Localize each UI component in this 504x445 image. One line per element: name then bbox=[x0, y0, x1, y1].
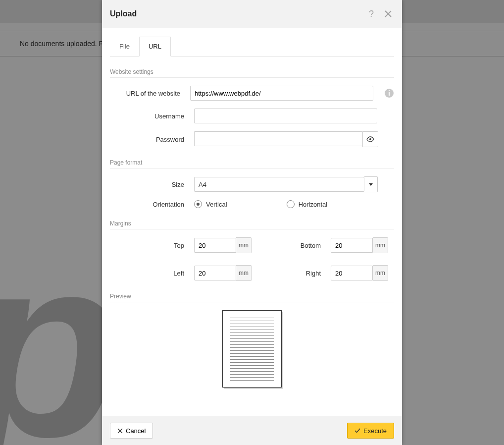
execute-button[interactable]: Execute bbox=[347, 423, 394, 439]
svg-point-3 bbox=[369, 138, 371, 140]
margin-left: Left mm bbox=[110, 265, 252, 281]
section-page-format: Page format bbox=[110, 159, 394, 168]
username-input[interactable] bbox=[194, 109, 377, 123]
radio-vertical[interactable]: Vertical bbox=[194, 200, 227, 208]
info-icon[interactable] bbox=[384, 88, 394, 98]
chevron-down-icon bbox=[369, 183, 373, 186]
margin-left-label: Left bbox=[110, 270, 194, 277]
size-select[interactable]: A4 bbox=[194, 177, 364, 192]
svg-rect-2 bbox=[389, 90, 390, 91]
svg-rect-1 bbox=[389, 92, 390, 96]
margin-top: Top mm bbox=[110, 237, 252, 253]
dialog-title: Upload bbox=[110, 9, 365, 18]
tabs: File URL bbox=[110, 36, 394, 56]
section-preview: Preview bbox=[110, 293, 394, 302]
row-size: Size A4 bbox=[110, 176, 394, 192]
row-username: Username bbox=[110, 109, 394, 123]
margins-grid: Top mm Bottom mm Left mm Right mm bbox=[110, 237, 394, 281]
margin-top-label: Top bbox=[110, 242, 194, 249]
url-input[interactable] bbox=[190, 86, 373, 101]
margin-top-input[interactable] bbox=[194, 238, 236, 253]
unit-label: mm bbox=[236, 237, 252, 253]
username-label: Username bbox=[110, 112, 194, 120]
radio-vertical-label: Vertical bbox=[206, 201, 227, 208]
radio-horizontal[interactable]: Horizontal bbox=[287, 200, 328, 208]
password-input[interactable] bbox=[194, 131, 362, 146]
dialog-body: File URL Website settings URL of the web… bbox=[102, 28, 402, 416]
radio-icon bbox=[194, 200, 202, 208]
close-icon bbox=[117, 428, 123, 434]
radio-icon bbox=[287, 200, 295, 208]
section-website-settings: Website settings bbox=[110, 68, 394, 78]
unit-label: mm bbox=[236, 265, 252, 281]
dialog-header: Upload ? bbox=[102, 0, 402, 28]
unit-label: mm bbox=[373, 265, 388, 281]
row-url: URL of the website bbox=[110, 86, 394, 101]
margin-right: Right mm bbox=[281, 265, 388, 281]
margin-bottom-input[interactable] bbox=[331, 238, 373, 253]
password-label: Password bbox=[110, 136, 194, 143]
margin-right-input[interactable] bbox=[331, 266, 373, 280]
help-icon[interactable]: ? bbox=[365, 8, 377, 20]
toggle-password-visibility[interactable] bbox=[362, 131, 378, 147]
margin-bottom: Bottom mm bbox=[281, 237, 388, 253]
radio-horizontal-label: Horizontal bbox=[299, 201, 328, 208]
tab-url[interactable]: URL bbox=[139, 37, 171, 56]
close-icon[interactable] bbox=[382, 8, 394, 20]
cancel-button[interactable]: Cancel bbox=[110, 423, 153, 439]
section-margins: Margins bbox=[110, 220, 394, 229]
preview-page bbox=[222, 310, 282, 388]
preview-container bbox=[110, 310, 394, 388]
upload-dialog: Upload ? File URL Website settings URL o… bbox=[102, 0, 402, 445]
margin-right-label: Right bbox=[281, 270, 331, 277]
margin-left-input[interactable] bbox=[194, 266, 236, 280]
row-password: Password bbox=[110, 131, 394, 147]
cancel-label: Cancel bbox=[126, 427, 146, 435]
size-label: Size bbox=[110, 181, 194, 188]
dialog-footer: Cancel Execute bbox=[102, 416, 402, 445]
eye-icon bbox=[366, 135, 374, 143]
unit-label: mm bbox=[373, 237, 388, 253]
size-select-caret[interactable] bbox=[364, 176, 378, 192]
tab-file[interactable]: File bbox=[110, 37, 139, 56]
margin-bottom-label: Bottom bbox=[281, 242, 331, 249]
orientation-label: Orientation bbox=[110, 201, 194, 208]
url-label: URL of the website bbox=[110, 90, 190, 97]
row-orientation: Orientation Vertical Horizontal bbox=[110, 200, 394, 208]
execute-label: Execute bbox=[363, 427, 387, 435]
check-icon bbox=[354, 428, 360, 434]
